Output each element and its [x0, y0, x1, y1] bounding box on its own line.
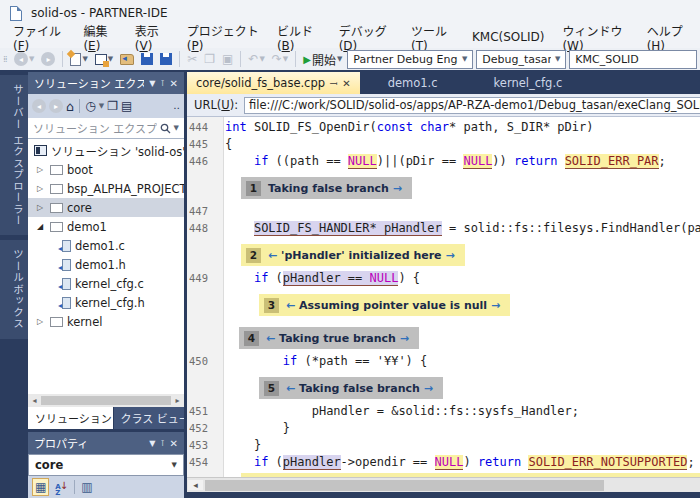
editor-horizontal-scrollbar[interactable]: ◂: [187, 477, 700, 492]
menu-item-3[interactable]: プロジェクト(P): [178, 19, 268, 56]
navigate-back-button[interactable]: ◂▼: [12, 51, 36, 67]
line-number: [187, 244, 217, 266]
menu-item-2[interactable]: 表示(V): [126, 19, 178, 56]
debug-engine-combo[interactable]: Partner Debug Engin ▼: [347, 50, 473, 69]
note-number-badge: 3: [264, 298, 279, 313]
collapsed-arrow-icon[interactable]: ▷: [34, 203, 46, 212]
redo-button[interactable]: ↷▼: [270, 51, 290, 67]
add-item-icon: [95, 54, 107, 65]
tree-item-5[interactable]: demo1.c: [28, 236, 184, 255]
toolbar-separator: [295, 51, 296, 67]
property-pages-button[interactable]: ▥: [79, 479, 94, 495]
code-line-449: 449 if (pHandler == NULL) {: [187, 270, 700, 287]
pin-icon[interactable]: ⊺: [160, 439, 164, 448]
properties-page-icon[interactable]: ▤: [121, 100, 132, 112]
menu-item-0[interactable]: ファイル(F): [4, 19, 74, 56]
pending-changes-icon[interactable]: ◷: [85, 100, 95, 112]
show-all-files-icon[interactable]: ❐: [107, 100, 118, 112]
scroll-left-icon[interactable]: ◂: [29, 396, 40, 405]
scrollbar-thumb[interactable]: [205, 480, 604, 491]
tree-item-6[interactable]: demo1.h: [28, 255, 184, 274]
undo-icon: ↶: [248, 52, 258, 66]
url-label: URL(U):: [194, 98, 238, 112]
close-icon[interactable]: ✕: [170, 78, 178, 89]
app-icon: [10, 6, 22, 21]
activity-tab-1[interactable]: ツールボックス: [0, 240, 28, 339]
navigate-forward-button[interactable]: ▸: [39, 51, 57, 67]
forward-icon[interactable]: ▸: [49, 99, 63, 113]
undo-button[interactable]: ↶▼: [246, 51, 266, 67]
collapsed-arrow-icon[interactable]: ▷: [34, 165, 46, 174]
home-icon[interactable]: ⌂: [66, 100, 74, 113]
tree-item-9[interactable]: ▷kernel: [28, 312, 184, 331]
window-position-icon[interactable]: ▼: [149, 79, 155, 88]
collapsed-arrow-icon[interactable]: ▷: [34, 184, 46, 193]
save-all-icon: [160, 53, 172, 65]
line-number: 453: [187, 437, 217, 454]
target-input[interactable]: KMC_SOLID: [569, 50, 697, 69]
url-field[interactable]: file:///C:/work/SOLID/solid-os/apps/AP-R…: [244, 97, 700, 114]
tab-solution-explorer[interactable]: ソリューション エクス...: [28, 407, 113, 429]
configuration-combo[interactable]: Debug_tasan ▼: [476, 50, 566, 69]
properties-object-combo[interactable]: core ▼: [28, 454, 184, 476]
editor-tab-2[interactable]: kernel_cfg.c: [466, 72, 591, 94]
tree-item-4[interactable]: ◢demo1: [28, 217, 184, 236]
tree-item-label: demo1: [67, 220, 107, 234]
note-text: ← Taking true branch →: [266, 330, 409, 347]
close-icon[interactable]: ✕: [342, 78, 350, 89]
paste-button[interactable]: ▣: [220, 51, 235, 67]
tree-item-label: core: [67, 201, 92, 215]
solution-search-box[interactable]: ソリューション エクスプローラー ▼: [28, 118, 184, 139]
tree-item-0[interactable]: ソリューション 'solid-os' (5 プロ: [28, 141, 184, 160]
tree-horizontal-scrollbar[interactable]: ◂ ▸: [28, 394, 184, 407]
scroll-right-icon[interactable]: ▸: [172, 396, 183, 405]
close-icon[interactable]: ✕: [170, 438, 178, 449]
pin-icon[interactable]: ⊺: [160, 79, 164, 88]
toolbar-grip[interactable]: ⁞⁞: [3, 57, 9, 61]
configuration-value: Debug_tasan: [482, 53, 551, 66]
editor-tab-1[interactable]: demo1.c: [360, 72, 466, 94]
tree-item-1[interactable]: ▷boot: [28, 160, 184, 179]
code-view[interactable]: 444int SOLID_FS_OpenDir(const char* path…: [187, 117, 700, 477]
overflow-icon[interactable]: ‥: [173, 101, 180, 111]
tree-item-3[interactable]: ▷core: [28, 198, 184, 217]
collapsed-arrow-icon[interactable]: ▷: [34, 317, 46, 326]
scrollbar-thumb[interactable]: [41, 396, 171, 405]
start-debug-button[interactable]: ▶ 開始 ▼: [301, 50, 344, 69]
line-number: 445: [187, 136, 217, 153]
analysis-note-4: 4← Taking true branch →: [187, 320, 700, 353]
code-line-452: 452 }: [187, 420, 700, 437]
tab-class-view[interactable]: クラス ビュー: [114, 407, 184, 429]
note-box: 2← 'pHandler' initialized here →: [241, 244, 465, 266]
save-all-button[interactable]: [158, 52, 174, 66]
forward-icon: ▸: [41, 52, 55, 66]
add-item-button[interactable]: ▼: [93, 53, 115, 66]
new-file-button[interactable]: ▼: [68, 52, 89, 67]
activity-bar: サーバー エクスプローラーツールボックス: [0, 72, 28, 498]
code-line-444: 444int SOLID_FS_OpenDir(const char* path…: [187, 119, 700, 136]
categorized-button[interactable]: ▦: [32, 478, 49, 496]
tree-item-2[interactable]: ▷bsp_ALPHA_PROJECT_A: [28, 179, 184, 198]
menu-item-7[interactable]: KMC(SOLID): [463, 27, 554, 47]
expanded-arrow-icon[interactable]: ◢: [34, 222, 46, 231]
editor-tab-0[interactable]: core/solid_fs_base.cpp⊺✕: [187, 72, 360, 94]
sort-alphabetical-button[interactable]: AZ↓: [53, 477, 70, 497]
clipped-note-strip: [187, 471, 700, 477]
menu-item-1[interactable]: 編集(E): [74, 19, 125, 56]
solution-icon: [34, 145, 47, 156]
cut-button[interactable]: ✂: [185, 51, 199, 67]
note-box: 4← Taking true branch →: [239, 327, 419, 349]
tree-item-7[interactable]: kernel_cfg.c: [28, 274, 184, 293]
save-button[interactable]: [139, 52, 155, 66]
window-position-icon[interactable]: ▼: [149, 439, 155, 448]
back-icon[interactable]: ◂: [32, 99, 46, 113]
code-text: if ((path == NULL)||(pDir == NULL)) retu…: [217, 153, 666, 170]
pin-icon[interactable]: ⊺: [328, 80, 339, 85]
scroll-left-icon[interactable]: ◂: [188, 480, 203, 490]
activity-tab-0[interactable]: サーバー エクスプローラー: [0, 75, 28, 235]
copy-button[interactable]: ❐: [202, 51, 217, 67]
paste-icon: ▣: [222, 52, 233, 66]
tree-item-8[interactable]: kernel_cfg.h: [28, 293, 184, 312]
properties-object-value: core: [35, 458, 172, 472]
open-file-button[interactable]: [118, 53, 136, 66]
